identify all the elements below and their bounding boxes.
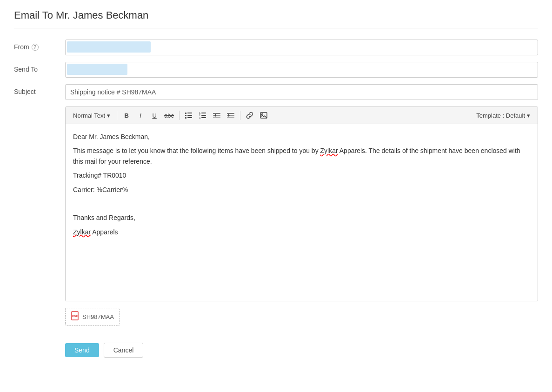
- svg-rect-2: [185, 115, 186, 116]
- dropdown-arrow-icon: ▾: [107, 112, 110, 119]
- template-dropdown[interactable]: Template : Default ▾: [472, 111, 534, 120]
- svg-rect-1: [187, 113, 192, 113]
- send-button[interactable]: Send: [65, 343, 99, 357]
- attachment-area: PDF SH987MAA: [14, 308, 538, 326]
- sendto-input[interactable]: [65, 62, 538, 78]
- attachment-name: SH987MAA: [82, 313, 114, 320]
- action-row: Send Cancel: [14, 335, 538, 358]
- italic-button[interactable]: I: [134, 109, 147, 122]
- from-help-icon[interactable]: ?: [32, 44, 39, 51]
- email-carrier: Carrier: %Carrier%: [73, 185, 530, 195]
- svg-rect-16: [227, 113, 234, 114]
- svg-rect-5: [187, 117, 192, 118]
- cancel-button[interactable]: Cancel: [104, 343, 144, 358]
- svg-rect-17: [227, 115, 234, 116]
- email-signoff: Thanks and Regards,: [73, 213, 530, 223]
- zylkar-spellcheck-1: Zylkar: [320, 147, 338, 154]
- subject-label: Subject: [14, 84, 65, 95]
- strikethrough-button[interactable]: abc: [162, 109, 176, 122]
- email-tracking: Tracking# TR0010: [73, 170, 530, 180]
- subject-input[interactable]: [65, 84, 538, 100]
- subject-field: [65, 84, 538, 100]
- from-field: [65, 40, 538, 55]
- toolbar-sep-1: [117, 111, 117, 120]
- email-empty: [73, 199, 530, 209]
- editor-label: [14, 106, 65, 110]
- svg-text:3.: 3.: [199, 116, 201, 119]
- svg-rect-11: [201, 117, 206, 118]
- template-arrow-icon: ▾: [527, 112, 530, 119]
- pdf-icon: PDF: [71, 311, 80, 322]
- from-label: From ?: [14, 40, 65, 51]
- bullet-list-button[interactable]: [182, 109, 195, 122]
- svg-rect-13: [213, 115, 220, 116]
- zylkar-spellcheck-2: Zylkar: [73, 228, 91, 236]
- underline-button[interactable]: U: [148, 109, 161, 122]
- from-input[interactable]: [65, 40, 538, 55]
- page-title: Email To Mr. James Beckman: [14, 9, 538, 28]
- email-greeting: Dear Mr. James Beckman,: [73, 132, 530, 142]
- svg-marker-15: [214, 114, 216, 117]
- svg-rect-18: [227, 117, 234, 118]
- svg-rect-14: [213, 117, 220, 118]
- email-paragraph1: This message is to let you know that the…: [73, 146, 530, 166]
- toolbar-sep-2: [179, 111, 180, 120]
- numbered-list-button[interactable]: 1. 2. 3.: [196, 109, 209, 122]
- svg-rect-7: [201, 113, 206, 113]
- toolbar-sep-3: [240, 111, 240, 120]
- editor-field: Normal Text ▾ B I U abc: [65, 106, 538, 301]
- editor-row: Normal Text ▾ B I U abc: [14, 106, 538, 301]
- editor-toolbar: Normal Text ▾ B I U abc: [66, 107, 538, 124]
- svg-rect-3: [187, 115, 192, 116]
- sendto-label: Send To: [14, 62, 65, 73]
- svg-rect-12: [213, 113, 220, 114]
- svg-marker-19: [228, 114, 230, 117]
- svg-rect-4: [185, 117, 186, 119]
- from-row: From ?: [14, 40, 538, 55]
- indent-increase-button[interactable]: [224, 109, 237, 122]
- sendto-row: Send To: [14, 62, 538, 78]
- email-editor-body[interactable]: Dear Mr. James Beckman, This message is …: [66, 124, 538, 301]
- bold-button[interactable]: B: [120, 109, 133, 122]
- subject-row: Subject: [14, 84, 538, 100]
- link-button[interactable]: [243, 109, 256, 122]
- email-company: Zylkar Apparels: [73, 227, 530, 237]
- indent-decrease-button[interactable]: [210, 109, 223, 122]
- attachment-item[interactable]: PDF SH987MAA: [65, 308, 120, 326]
- image-button[interactable]: [257, 109, 270, 122]
- svg-text:PDF: PDF: [72, 315, 78, 318]
- normal-text-dropdown[interactable]: Normal Text ▾: [69, 111, 114, 120]
- svg-rect-0: [185, 113, 186, 114]
- editor-container: Normal Text ▾ B I U abc: [65, 106, 538, 301]
- svg-rect-9: [201, 115, 206, 116]
- sendto-field: [65, 62, 538, 78]
